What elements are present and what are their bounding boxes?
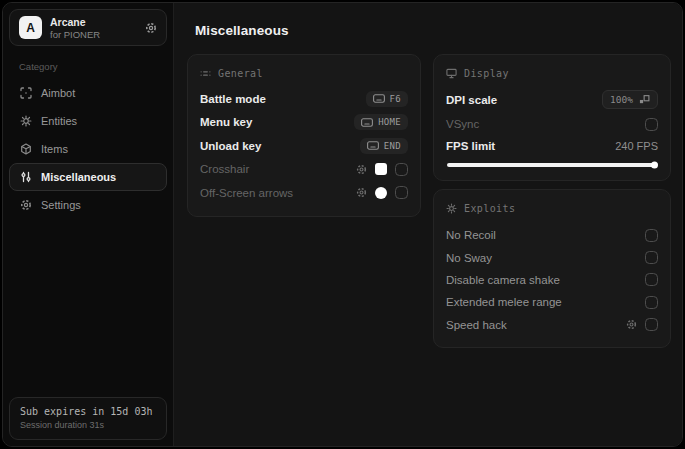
sidebar-item-aimbot[interactable]: Aimbot	[9, 79, 167, 107]
speed-hack-checkbox[interactable]	[645, 318, 658, 331]
gear-icon[interactable]	[626, 319, 637, 330]
keyboard-icon	[367, 141, 379, 150]
general-card-title: General	[218, 68, 263, 79]
scan-icon	[20, 87, 32, 99]
scale-icon	[639, 94, 650, 105]
display-card-title: Display	[464, 68, 509, 79]
exploits-card: Exploits No Recoil No Sway Disable camer…	[433, 189, 671, 348]
dpi-scale-row: DPI scale 100%	[446, 87, 658, 112]
no-recoil-checkbox[interactable]	[645, 229, 658, 242]
sidebar-nav: Aimbot Entities Items	[3, 79, 173, 219]
fps-limit-label: FPS limit	[446, 140, 495, 152]
entities-icon	[20, 115, 32, 127]
sidebar-item-label: Miscellaneous	[41, 171, 116, 183]
crosshair-row: Crosshair	[200, 158, 408, 182]
settings-columns: General Battle mode F6	[187, 54, 673, 348]
extended-melee-range-checkbox[interactable]	[645, 296, 658, 309]
sidebar-item-settings[interactable]: Settings	[9, 191, 167, 219]
offscreen-arrows-row: Off-Screen arrows	[200, 181, 408, 205]
no-recoil-label: No Recoil	[446, 229, 496, 241]
vsync-row: VSync	[446, 112, 658, 136]
sidebar-item-miscellaneous[interactable]: Miscellaneous	[9, 163, 167, 191]
sidebar-item-entities[interactable]: Entities	[9, 107, 167, 135]
disable-camera-shake-label: Disable camera shake	[446, 274, 560, 286]
fps-limit-row: FPS limit 240 FPS	[446, 136, 658, 156]
dpi-scale-value: 100%	[610, 94, 633, 105]
battle-mode-keybind[interactable]: F6	[366, 91, 408, 107]
fps-limit-value: 240 FPS	[615, 140, 658, 152]
dpi-scale-select[interactable]: 100%	[602, 90, 658, 109]
subscription-card: Sub expires in 15d 03h Session duration …	[9, 397, 167, 440]
monitor-icon	[446, 68, 457, 79]
no-sway-label: No Sway	[446, 252, 492, 264]
battle-mode-label: Battle mode	[200, 93, 266, 105]
sidebar-item-label: Aimbot	[41, 87, 75, 99]
keybind-value: HOME	[378, 117, 401, 127]
brand-subtitle: for PIONER	[50, 29, 100, 40]
menu-key-row: Menu key HOME	[200, 111, 408, 135]
crosshair-label: Crosshair	[200, 163, 249, 175]
general-card-header: General	[200, 65, 408, 81]
disable-camera-shake-checkbox[interactable]	[645, 273, 658, 286]
brand-logo: A	[19, 16, 42, 39]
vsync-label: VSync	[446, 118, 479, 130]
no-recoil-row: No Recoil	[446, 224, 658, 246]
keyboard-icon	[373, 94, 385, 103]
sidebar-item-label: Items	[41, 143, 68, 155]
gear-icon	[20, 199, 32, 211]
session-duration-text: Session duration 31s	[20, 420, 156, 430]
extended-melee-range-label: Extended melee range	[446, 296, 562, 308]
gear-icon[interactable]	[356, 164, 367, 175]
disable-camera-shake-row: Disable camera shake	[446, 269, 658, 291]
sidebar-item-label: Settings	[41, 199, 81, 211]
display-card-header: Display	[446, 65, 658, 81]
gear-icon[interactable]	[145, 22, 157, 34]
extended-melee-range-row: Extended melee range	[446, 291, 658, 313]
exploits-card-title: Exploits	[464, 203, 515, 214]
crosshair-checkbox[interactable]	[395, 163, 408, 176]
sidebar-item-label: Entities	[41, 115, 77, 127]
menu-key-keybind[interactable]: HOME	[354, 114, 408, 130]
keybind-value: F6	[390, 94, 401, 104]
menu-key-label: Menu key	[200, 116, 252, 128]
brand-name: Arcane	[50, 16, 100, 28]
sidebar: A Arcane for PIONER Category	[3, 3, 174, 446]
main-panel: Miscellaneous General Battle mode	[174, 3, 682, 446]
slider-knob[interactable]	[651, 162, 658, 169]
brand-card: A Arcane for PIONER	[9, 9, 167, 46]
brand-text: Arcane for PIONER	[50, 16, 100, 40]
list-icon	[200, 68, 211, 79]
no-sway-checkbox[interactable]	[645, 251, 658, 264]
dpi-scale-label: DPI scale	[446, 94, 497, 106]
package-icon	[20, 143, 32, 155]
speed-hack-label: Speed hack	[446, 319, 507, 331]
general-card: General Battle mode F6	[187, 54, 421, 217]
unload-key-label: Unload key	[200, 140, 261, 152]
crosshair-color-swatch[interactable]	[375, 163, 387, 175]
bug-icon	[446, 203, 457, 214]
sidebar-item-items[interactable]: Items	[9, 135, 167, 163]
exploits-card-header: Exploits	[446, 200, 658, 216]
offscreen-arrows-label: Off-Screen arrows	[200, 187, 293, 199]
no-sway-row: No Sway	[446, 246, 658, 268]
gear-icon[interactable]	[356, 187, 367, 198]
offscreen-arrows-color-swatch[interactable]	[375, 187, 387, 199]
sliders-icon	[20, 171, 32, 183]
page-title: Miscellaneous	[195, 23, 673, 38]
offscreen-arrows-checkbox[interactable]	[395, 186, 408, 199]
speed-hack-row: Speed hack	[446, 314, 658, 336]
app-window: A Arcane for PIONER Category	[2, 2, 683, 447]
category-label: Category	[19, 61, 173, 72]
keyboard-icon	[361, 118, 373, 127]
keybind-value: END	[384, 141, 401, 151]
sub-expires-text: Sub expires in 15d 03h	[20, 406, 156, 417]
battle-mode-row: Battle mode F6	[200, 87, 408, 111]
unload-key-row: Unload key END	[200, 134, 408, 158]
fps-limit-slider[interactable]	[447, 163, 657, 167]
unload-key-keybind[interactable]: END	[360, 138, 408, 154]
vsync-checkbox[interactable]	[645, 118, 658, 131]
display-card: Display DPI scale 100%	[433, 54, 671, 181]
